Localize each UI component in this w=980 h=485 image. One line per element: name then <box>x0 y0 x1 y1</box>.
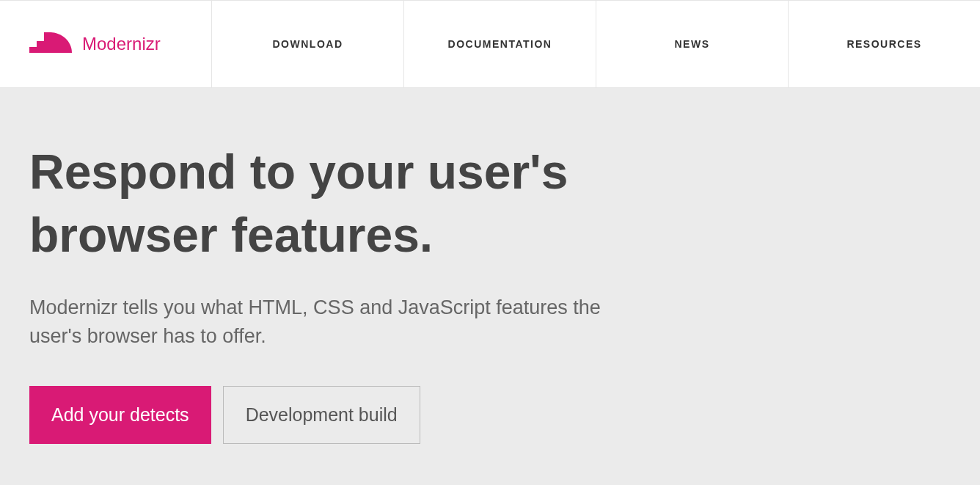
hero-buttons: Add your detects Development build <box>29 386 951 444</box>
nav-item-news[interactable]: NEWS <box>596 1 789 87</box>
svg-rect-1 <box>37 41 44 53</box>
brand-name: Modernizr <box>82 34 161 54</box>
hero-section: Respond to your user's browser features.… <box>0 88 980 485</box>
hero-title: Respond to your user's browser features. <box>29 141 748 267</box>
add-detects-button[interactable]: Add your detects <box>29 386 211 444</box>
nav-item-resources[interactable]: RESOURCES <box>789 1 980 87</box>
nav-item-download[interactable]: DOWNLOAD <box>212 1 404 87</box>
development-build-button[interactable]: Development build <box>223 386 420 444</box>
modernizr-logo-icon <box>29 32 73 56</box>
svg-rect-0 <box>29 47 37 53</box>
logo-section[interactable]: Modernizr <box>0 1 212 87</box>
hero-subtitle: Modernizr tells you what HTML, CSS and J… <box>29 293 631 351</box>
main-nav: DOWNLOAD DOCUMENTATION NEWS RESOURCES <box>212 1 980 87</box>
header: Modernizr DOWNLOAD DOCUMENTATION NEWS RE… <box>0 0 980 88</box>
nav-item-documentation[interactable]: DOCUMENTATION <box>404 1 596 87</box>
